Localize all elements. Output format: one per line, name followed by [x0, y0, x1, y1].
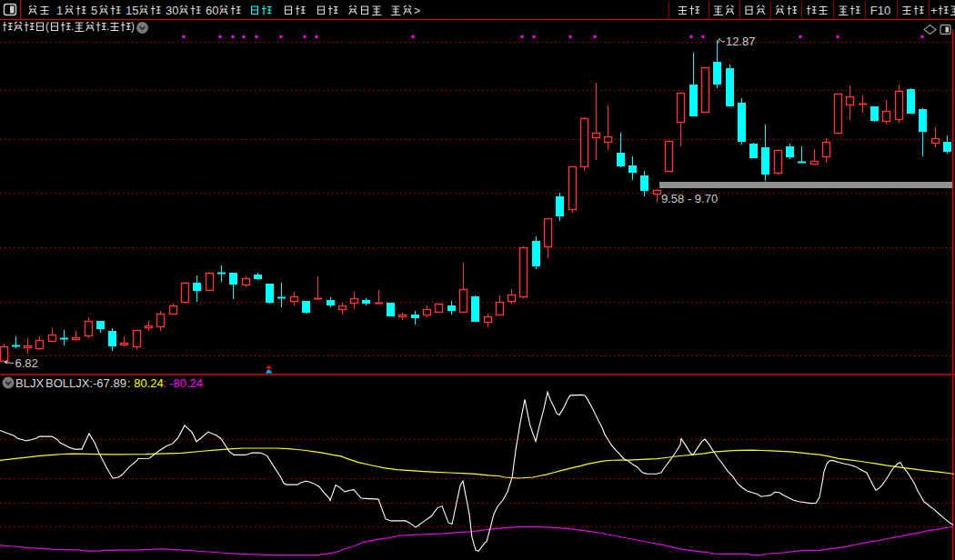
svg-text:6.82: 6.82 [15, 356, 38, 370]
svg-text:.: . [71, 20, 74, 33]
svg-text:60: 60 [206, 4, 218, 17]
svg-text:5: 5 [91, 4, 97, 17]
svg-text:+: + [930, 4, 938, 17]
svg-text:>: > [414, 5, 420, 17]
svg-text:: 80.24: : 80.24 [127, 376, 164, 390]
svg-text:30: 30 [166, 4, 178, 17]
svg-text:F10: F10 [870, 4, 890, 17]
svg-text:BLJX: BLJX [15, 376, 44, 390]
svg-text:(: ( [45, 20, 49, 33]
svg-text:: -80.24: : -80.24 [163, 376, 203, 390]
svg-text:BOLLJX:-67.89: BOLLJX:-67.89 [45, 376, 126, 390]
svg-text:9.58 - 9.70: 9.58 - 9.70 [661, 192, 718, 205]
svg-text:): ) [131, 20, 135, 33]
svg-text:15: 15 [126, 4, 138, 17]
svg-text:12.87: 12.87 [726, 35, 756, 48]
svg-text:1: 1 [56, 4, 63, 17]
svg-text:.: . [106, 20, 109, 33]
